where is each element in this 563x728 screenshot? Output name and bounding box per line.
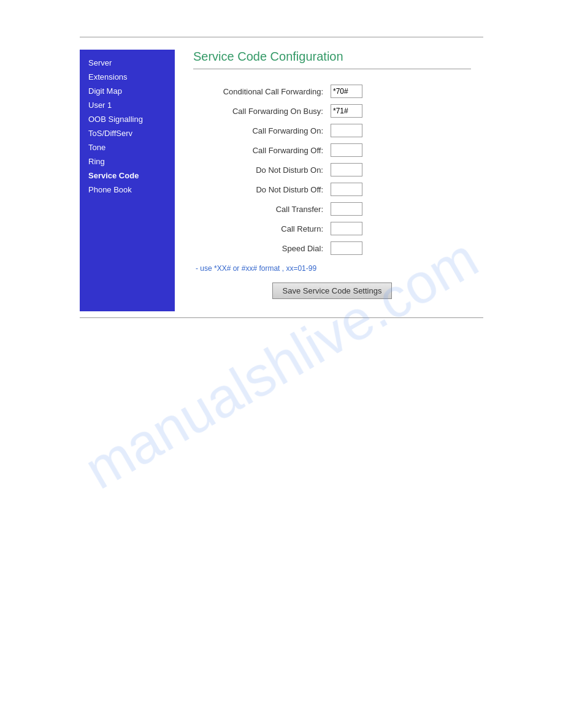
input-cell-do-not-disturb-off (328, 180, 471, 199)
input-speed-dial[interactable] (331, 241, 362, 255)
bottom-line (80, 317, 483, 318)
label-conditional-call-forwarding: Conditional Call Forwarding: (193, 82, 328, 101)
label-call-forwarding-on: Call Forwarding On: (193, 121, 328, 140)
input-do-not-disturb-off[interactable] (331, 183, 362, 196)
sidebar-item-tone[interactable]: Tone (80, 140, 175, 154)
form-row-call-return: Call Return: (193, 219, 471, 238)
sidebar-item-oob-signalling[interactable]: OOB Signalling (80, 112, 175, 126)
form-table: Conditional Call Forwarding: Call Forwar… (193, 82, 471, 258)
label-call-forwarding-off: Call Forwarding Off: (193, 140, 328, 160)
input-cell-do-not-disturb-on (328, 160, 471, 180)
sidebar-item-phone-book[interactable]: Phone Book (80, 183, 175, 197)
label-do-not-disturb-on: Do Not Disturb On: (193, 160, 328, 180)
input-cell-call-transfer (328, 199, 471, 219)
input-conditional-call-forwarding[interactable] (331, 85, 362, 98)
label-speed-dial: Speed Dial: (193, 238, 328, 258)
sidebar-item-server[interactable]: Server (80, 56, 175, 70)
form-row-call-transfer: Call Transfer: (193, 199, 471, 219)
form-row-speed-dial: Speed Dial: (193, 238, 471, 258)
input-do-not-disturb-on[interactable] (331, 163, 362, 176)
sidebar-item-extensions[interactable]: Extensions (80, 70, 175, 84)
save-service-code-button[interactable]: Save Service Code Settings (272, 282, 393, 299)
page-title: Service Code Configuration (193, 50, 471, 64)
input-call-forwarding-off[interactable] (331, 143, 362, 157)
label-do-not-disturb-off: Do Not Disturb Off: (193, 180, 328, 199)
input-cell-call-return (328, 219, 471, 238)
label-call-return: Call Return: (193, 219, 328, 238)
form-row-call-forwarding-on-busy: Call Forwarding On Busy: (193, 101, 471, 121)
title-divider (193, 69, 471, 69)
sidebar-item-service-code[interactable]: Service Code (80, 169, 175, 183)
input-cell-speed-dial (328, 238, 471, 258)
sidebar-item-ring[interactable]: Ring (80, 154, 175, 169)
page-container: Server Extensions Digit Map User 1 OOB S… (80, 50, 483, 311)
sidebar-item-tos-diffserv[interactable]: ToS/DiffServ (80, 126, 175, 140)
sidebar-item-digit-map[interactable]: Digit Map (80, 84, 175, 98)
form-row-do-not-disturb-off: Do Not Disturb Off: (193, 180, 471, 199)
form-row-conditional-call-forwarding: Conditional Call Forwarding: (193, 82, 471, 101)
input-call-return[interactable] (331, 222, 362, 235)
input-call-transfer[interactable] (331, 202, 362, 216)
input-cell-call-forwarding-off (328, 140, 471, 160)
sidebar-item-user1[interactable]: User 1 (80, 98, 175, 112)
main-content: Service Code Configuration Conditional C… (175, 50, 483, 311)
input-cell-call-forwarding-on-busy (328, 101, 471, 121)
input-call-forwarding-on-busy[interactable] (331, 104, 362, 118)
form-row-call-forwarding-on: Call Forwarding On: (193, 121, 471, 140)
label-call-forwarding-on-busy: Call Forwarding On Busy: (193, 101, 328, 121)
hint-text: - use *XX# or #xx# format , xx=01-99 (193, 264, 471, 273)
top-border (80, 37, 483, 37)
label-call-transfer: Call Transfer: (193, 199, 328, 219)
sidebar: Server Extensions Digit Map User 1 OOB S… (80, 50, 175, 311)
form-row-do-not-disturb-on: Do Not Disturb On: (193, 160, 471, 180)
input-cell-conditional-call-forwarding (328, 82, 471, 101)
input-call-forwarding-on[interactable] (331, 124, 362, 137)
input-cell-call-forwarding-on (328, 121, 471, 140)
form-row-call-forwarding-off: Call Forwarding Off: (193, 140, 471, 160)
